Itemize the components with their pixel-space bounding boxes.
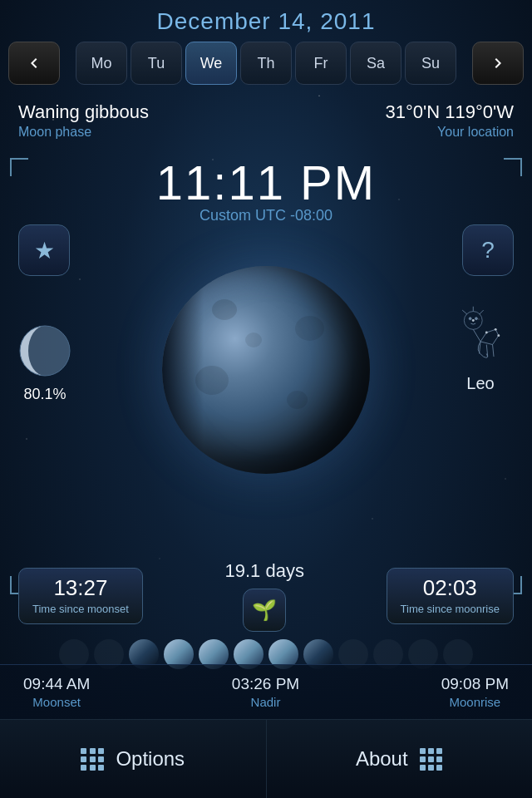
bottom-times-row: 09:44 AM Moonset 03:26 PM Nadir 09:08 PM… (0, 664, 532, 719)
moon-phase-name: Waning gibbous (18, 101, 149, 123)
about-label: About (356, 747, 408, 771)
star-button[interactable]: ★ (18, 224, 70, 276)
question-icon: ? (481, 237, 495, 264)
svg-point-19 (485, 332, 488, 334)
time-section: 11:11 PM Custom UTC -08:00 (0, 155, 532, 224)
phase-icon-svg (18, 324, 71, 377)
flower-button[interactable]: 🌱 (243, 589, 286, 632)
help-button[interactable]: ? (462, 224, 514, 276)
app-container: December 14, 2011 Mo Tu We Th Fr Sa Su (0, 0, 532, 798)
phase-indicator: 80.1% (18, 324, 71, 403)
nadir-bottom: 03:26 PM Nadir (232, 675, 299, 709)
date-title: December 14, 2011 (0, 8, 532, 35)
location-info: 31°0'N 119°0'W Your location (386, 101, 514, 140)
time-subtitle: Custom UTC -08:00 (0, 207, 532, 224)
moonrise-time-label: Time since moonrise (401, 603, 500, 617)
moonset-bottom-label: Moonset (23, 695, 90, 709)
star-icon: ★ (34, 237, 55, 264)
leo-icon-svg (447, 299, 514, 366)
moonrise-bottom: 09:08 PM Moonrise (441, 675, 509, 709)
next-icon (488, 53, 508, 73)
moonset-time-value: 13:27 (32, 575, 129, 601)
svg-point-12 (469, 318, 471, 320)
prev-button[interactable] (8, 42, 60, 85)
weekday-th[interactable]: Th (240, 42, 292, 85)
svg-line-15 (493, 345, 494, 357)
info-row: Waning gibbous Moon phase 31°0'N 119°0'W… (0, 90, 532, 140)
svg-line-2 (480, 332, 486, 342)
options-label: Options (116, 747, 185, 771)
footer: Options About (0, 719, 532, 798)
next-button[interactable] (472, 42, 524, 85)
weekday-mo[interactable]: Mo (76, 42, 127, 85)
location-label: Your location (437, 125, 514, 140)
leo-label: Leo (447, 374, 514, 393)
days-center: 19.1 days 🌱 (143, 560, 387, 632)
moonset-bottom: 09:44 AM Moonset (23, 675, 90, 709)
moon-phase-label: Moon phase (18, 125, 149, 140)
weekday-tu[interactable]: Tu (131, 42, 182, 85)
header: December 14, 2011 Mo Tu We Th Fr Sa Su (0, 0, 532, 90)
moon-phase-info: Waning gibbous Moon phase (18, 101, 149, 140)
moonset-bottom-value: 09:44 AM (23, 675, 90, 693)
flower-icon: 🌱 (252, 598, 277, 622)
moonset-time-label: Time since moonset (32, 603, 129, 617)
svg-point-17 (472, 319, 475, 322)
svg-point-13 (475, 318, 477, 320)
weekdays-row: Mo Tu We Th Fr Sa Su (60, 42, 472, 85)
prev-icon (24, 53, 44, 73)
bottom-data-row: 13:27 Time since moonset 19.1 days 🌱 02:… (0, 560, 532, 632)
moon-circle (162, 266, 370, 474)
about-button[interactable]: About (267, 720, 533, 798)
svg-line-6 (480, 342, 493, 345)
svg-point-20 (497, 334, 500, 337)
moonrise-bottom-label: Moonrise (441, 695, 509, 709)
svg-line-11 (480, 310, 484, 314)
weekday-we[interactable]: We (185, 42, 237, 85)
svg-line-9 (462, 310, 467, 314)
svg-point-18 (495, 328, 497, 331)
days-value: 19.1 days (224, 560, 303, 582)
moonrise-time-value: 02:03 (401, 575, 500, 601)
nadir-bottom-label: Nadir (232, 695, 299, 709)
location-coords: 31°0'N 119°0'W (386, 101, 514, 123)
svg-line-5 (493, 336, 499, 345)
weekday-sa[interactable]: Sa (350, 42, 401, 85)
svg-line-3 (486, 329, 495, 332)
nav-row: Mo Tu We Th Fr Sa Su (0, 42, 532, 85)
moonset-badge: 13:27 Time since moonset (18, 568, 143, 624)
leo-constellation: Leo (447, 299, 514, 393)
phase-percent: 80.1% (18, 386, 71, 403)
about-grid-icon (420, 748, 443, 771)
main-time: 11:11 PM (0, 155, 532, 210)
moonrise-bottom-value: 09:08 PM (441, 675, 509, 693)
moonrise-badge: 02:03 Time since moonrise (387, 568, 514, 624)
nadir-bottom-value: 03:26 PM (232, 675, 299, 693)
weekday-su[interactable]: Su (405, 42, 456, 85)
options-grid-icon (81, 748, 104, 771)
action-buttons: ★ ? (0, 224, 532, 276)
weekday-fr[interactable]: Fr (295, 42, 347, 85)
svg-line-8 (473, 329, 480, 342)
options-button[interactable]: Options (0, 720, 267, 798)
moon-image (162, 266, 370, 474)
